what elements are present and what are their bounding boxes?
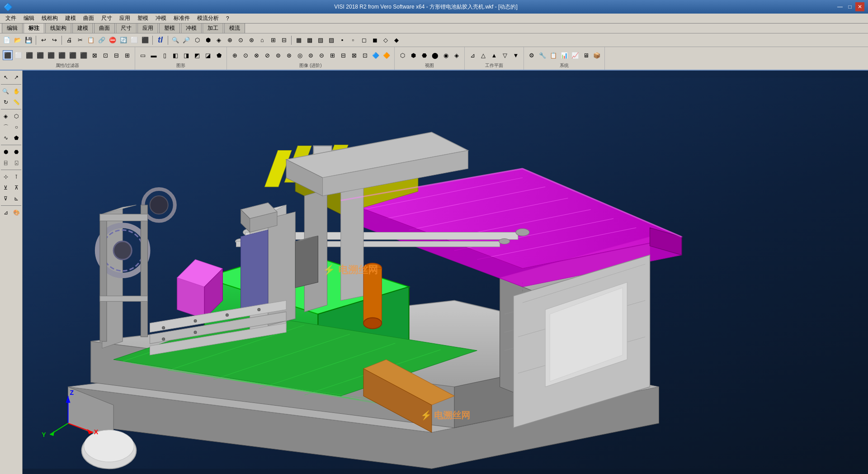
lt-mirror[interactable]: ⊻ — [1, 183, 11, 193]
tb14[interactable]: ◈ — [214, 35, 224, 45]
tb3[interactable]: ✂ — [75, 35, 85, 45]
img-btn-11[interactable]: ⊟ — [338, 50, 348, 60]
menu-item-edit[interactable]: 编辑 — [20, 14, 38, 23]
wp-btn-1[interactable]: ⊿ — [467, 50, 477, 60]
viewport[interactable]: Z X Y ⚡ 电溯丝网 — [23, 71, 868, 474]
menu-item-model[interactable]: 建模 — [61, 14, 80, 23]
undo-button[interactable]: ↩ — [38, 35, 48, 45]
tab-edit[interactable]: 编辑 — [2, 23, 23, 33]
tb9[interactable]: ⬛ — [140, 35, 150, 45]
view-btn-5[interactable]: ◉ — [441, 50, 451, 60]
open-button[interactable]: 📂 — [13, 35, 23, 45]
sys-btn-3[interactable]: 📋 — [548, 50, 558, 60]
tab-moldflow[interactable]: 模流 — [224, 23, 245, 33]
menu-item-stamping[interactable]: 冲模 — [152, 14, 170, 23]
wp-btn-4[interactable]: ▽ — [500, 50, 510, 60]
tb18[interactable]: ⌂ — [257, 35, 267, 45]
img-btn-7[interactable]: ◎ — [295, 50, 305, 60]
tb5[interactable]: 🔗 — [97, 35, 107, 45]
tb27[interactable]: ◻ — [359, 35, 369, 45]
prop-btn-1[interactable]: ⬛ — [3, 50, 13, 60]
tb17[interactable]: ⊛ — [246, 35, 256, 45]
sys-btn-4[interactable]: 📊 — [559, 50, 569, 60]
lt-group[interactable]: ⊾ — [12, 194, 22, 204]
maximize-button[interactable]: □ — [845, 2, 854, 11]
menu-item-help[interactable]: ? — [222, 14, 233, 23]
tb13[interactable]: ⬢ — [203, 35, 213, 45]
graph-btn-8[interactable]: ⬟ — [214, 50, 224, 60]
lt-fillet[interactable]: ⌸ — [1, 158, 11, 168]
tb6[interactable]: ⛔ — [108, 35, 118, 45]
prop-btn-10[interactable]: ⊡ — [100, 50, 110, 60]
redo-button[interactable]: ↪ — [49, 35, 59, 45]
prop-btn-6[interactable]: ⬛ — [57, 50, 67, 60]
prop-btn-4[interactable]: ⬛ — [35, 50, 45, 60]
tb26[interactable]: ▫ — [348, 35, 358, 45]
lt-measure[interactable]: 📏 — [12, 97, 22, 107]
tab-dimension[interactable]: 尺寸 — [116, 23, 137, 33]
tb7[interactable]: 🔄 — [118, 35, 128, 45]
sys-btn-1[interactable]: ⚙ — [527, 50, 537, 60]
tab-wireframe[interactable]: 线架构 — [45, 23, 71, 33]
menu-item-dimension[interactable]: 尺寸 — [98, 14, 116, 23]
close-button[interactable]: ✕ — [855, 2, 864, 11]
print-button[interactable]: 🖨 — [64, 35, 74, 45]
tb24[interactable]: ▨ — [326, 35, 336, 45]
tab-apply[interactable]: 应用 — [137, 23, 158, 33]
lt-line[interactable]: ⬡ — [12, 111, 22, 121]
lt-circle[interactable]: ○ — [12, 122, 22, 132]
prop-btn-12[interactable]: ⊞ — [122, 50, 132, 60]
sys-btn-6[interactable]: 🖥 — [581, 50, 591, 60]
lt-point[interactable]: ◈ — [1, 111, 11, 121]
img-btn-5[interactable]: ⊚ — [273, 50, 283, 60]
tb20[interactable]: ⊟ — [279, 35, 289, 45]
prop-btn-3[interactable]: ⬛ — [24, 50, 34, 60]
img-btn-15[interactable]: 🔶 — [382, 50, 392, 60]
wp-btn-3[interactable]: ▲ — [489, 50, 499, 60]
tab-plastic[interactable]: 塑模 — [159, 23, 180, 33]
tab-modeling[interactable]: 建模 — [72, 23, 93, 33]
lt-delete[interactable]: ⊽ — [1, 194, 11, 204]
graph-btn-7[interactable]: ◪ — [203, 50, 213, 60]
lt-trim[interactable]: ⊹ — [1, 172, 11, 182]
tb10[interactable]: 🔍 — [170, 35, 180, 45]
img-btn-1[interactable]: ⊕ — [230, 50, 240, 60]
prop-btn-2[interactable]: ⬜ — [14, 50, 24, 60]
tb8[interactable]: ⬜ — [129, 35, 139, 45]
lt-spline[interactable]: ∿ — [1, 133, 11, 143]
tab-surface[interactable]: 曲面 — [94, 23, 115, 33]
tb25[interactable]: ▪ — [337, 35, 347, 45]
tb28[interactable]: ◼ — [370, 35, 380, 45]
tb29[interactable]: ◇ — [381, 35, 391, 45]
tb19[interactable]: ⊞ — [268, 35, 278, 45]
img-btn-12[interactable]: ⊠ — [349, 50, 359, 60]
tab-machining[interactable]: 加工 — [203, 23, 223, 33]
menu-item-wireframe[interactable]: 线框构 — [38, 14, 61, 23]
img-btn-10[interactable]: ⊞ — [327, 50, 337, 60]
prop-btn-7[interactable]: ⬛ — [68, 50, 78, 60]
img-btn-2[interactable]: ⊙ — [241, 50, 250, 60]
lt-extend[interactable]: ⊺ — [12, 172, 22, 182]
sys-btn-2[interactable]: 🔧 — [538, 50, 547, 60]
graph-btn-3[interactable]: ▯ — [160, 50, 170, 60]
lt-array[interactable]: ⊼ — [12, 183, 22, 193]
tb12[interactable]: ⬡ — [192, 35, 202, 45]
menu-item-standard[interactable]: 标准件 — [170, 14, 193, 23]
img-btn-4[interactable]: ⊘ — [262, 50, 272, 60]
lt-surface[interactable]: ⬟ — [12, 133, 22, 143]
prop-btn-8[interactable]: ⬛ — [79, 50, 89, 60]
menu-item-surface[interactable]: 曲面 — [80, 14, 98, 23]
view-btn-2[interactable]: ⬢ — [408, 50, 418, 60]
lt-select[interactable]: ↖ — [1, 72, 11, 82]
graph-btn-4[interactable]: ◧ — [170, 50, 180, 60]
tb21[interactable]: ▦ — [294, 35, 304, 45]
graph-btn-6[interactable]: ◩ — [192, 50, 202, 60]
prop-btn-5[interactable]: ⬛ — [46, 50, 56, 60]
lt-arc[interactable]: ⌒ — [1, 122, 11, 132]
img-btn-8[interactable]: ⊜ — [306, 50, 316, 60]
lt-shell[interactable]: ⬣ — [12, 147, 22, 157]
tb23[interactable]: ▧ — [316, 35, 326, 45]
lt-layer[interactable]: ⊿ — [1, 208, 11, 218]
wp-btn-5[interactable]: ▼ — [511, 50, 521, 60]
tb4[interactable]: 📋 — [86, 35, 96, 45]
